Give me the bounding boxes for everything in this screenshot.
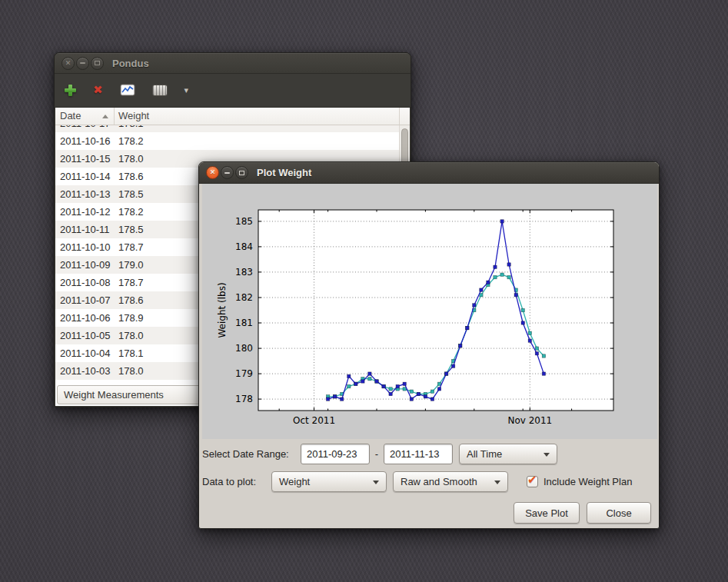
weight-plot-svg: 178179180181182183184185Oct 2011Nov 2011… — [202, 184, 657, 439]
measurement-selector-label: Weight Measurements — [64, 389, 164, 401]
header-corner — [399, 108, 410, 125]
delete-icon: ✖ — [93, 85, 103, 96]
minimize-button[interactable] — [221, 166, 234, 179]
cell-date: 2011-10-14 — [55, 168, 115, 185]
cell-date: 2011-10-12 — [55, 203, 115, 221]
weight-plot-figure: 178179180181182183184185Oct 2011Nov 2011… — [202, 184, 657, 439]
table-row[interactable]: 2011-10-16178.2 — [55, 132, 399, 150]
cell-weight: 178.1 — [115, 344, 144, 362]
desktop: ✕ Pondus ✖ ▾ — [0, 0, 728, 582]
date-preset-select[interactable]: All Time — [459, 444, 557, 464]
cell-date: 2011-10-17 — [55, 125, 115, 132]
close-dialog-button[interactable]: Close — [587, 502, 651, 524]
cell-weight: 179.0 — [115, 256, 144, 274]
maximize-button[interactable] — [91, 57, 104, 70]
plot-weight-dialog: ✕ Plot Weight 178179180181182183184185Oc… — [198, 161, 660, 529]
date-to-input[interactable] — [384, 444, 453, 464]
column-header-weight[interactable]: Weight — [115, 108, 399, 125]
cell-weight: 178.6 — [115, 168, 144, 185]
table-header: Date Weight — [55, 108, 410, 125]
cell-weight: 178.7 — [115, 238, 144, 256]
maximize-icon — [95, 61, 100, 65]
svg-text:180: 180 — [235, 343, 253, 354]
date-range-separator: - — [372, 444, 381, 464]
column-label-date: Date — [60, 110, 81, 121]
dialog-actions-row: Save Plot Close — [202, 502, 656, 524]
plus-icon — [65, 85, 76, 96]
close-icon: ✕ — [65, 60, 71, 67]
svg-text:178: 178 — [235, 394, 253, 404]
close-icon: ✕ — [210, 169, 216, 176]
cell-weight: 178.0 — [115, 327, 144, 344]
cell-date: 2011-10-08 — [55, 274, 115, 291]
close-button[interactable]: ✕ — [206, 166, 219, 179]
window-title: Pondus — [112, 58, 149, 69]
data-select[interactable]: Weight — [271, 471, 387, 492]
window-controls: ✕ — [206, 166, 248, 179]
svg-text:181: 181 — [235, 318, 253, 328]
cell-date: 2011-10-15 — [55, 150, 115, 168]
pondus-titlebar[interactable]: ✕ Pondus — [55, 53, 411, 74]
maximize-button[interactable] — [235, 166, 248, 179]
cell-date: 2011-10-10 — [55, 238, 115, 256]
date-from-input[interactable] — [301, 444, 370, 464]
check-icon: ✔ — [527, 473, 537, 487]
cell-date: 2011-10-09 — [55, 256, 115, 274]
cell-weight: 178.1 — [115, 125, 144, 132]
svg-text:Nov 2011: Nov 2011 — [507, 415, 552, 426]
cell-weight: 178.2 — [115, 132, 144, 150]
cell-date: 2011-10-03 — [55, 362, 115, 380]
mode-select[interactable]: Raw and Smooth — [393, 471, 508, 492]
toolbar-more-button[interactable]: ▾ — [181, 83, 192, 98]
cell-weight: 178.9 — [115, 309, 144, 327]
chevron-down-icon — [544, 453, 550, 457]
chevron-down-icon: ▾ — [184, 86, 189, 95]
minimize-icon — [224, 172, 230, 174]
chevron-down-icon — [494, 481, 500, 484]
include-weight-plan-checkbox[interactable]: ✔ — [527, 476, 538, 487]
svg-text:185: 185 — [235, 216, 253, 227]
add-entry-button[interactable] — [61, 81, 79, 99]
scale-button[interactable] — [149, 81, 171, 99]
chevron-down-icon — [373, 481, 379, 484]
selected-value: Raw and Smooth — [401, 472, 477, 491]
cell-date: 2011-10-13 — [55, 185, 115, 203]
plot-icon — [120, 84, 135, 96]
window-controls: ✕ — [61, 57, 104, 70]
scale-icon — [152, 85, 168, 96]
column-label-weight: Weight — [118, 110, 149, 121]
selected-value: All Time — [467, 444, 502, 464]
cell-weight: 178.5 — [115, 221, 144, 238]
table-row[interactable]: 2011-10-17178.1 — [55, 125, 399, 132]
svg-text:182: 182 — [235, 292, 253, 303]
data-to-plot-label: Data to plot: — [202, 471, 256, 492]
pondus-toolbar: ✖ ▾ — [55, 73, 411, 108]
dialog-title: Plot Weight — [257, 167, 311, 178]
sort-ascending-icon — [102, 115, 108, 118]
cell-date: 2011-10-04 — [55, 344, 115, 362]
svg-text:179: 179 — [235, 368, 253, 379]
cell-weight: 178.2 — [115, 203, 144, 221]
dialog-titlebar[interactable]: ✕ Plot Weight — [199, 162, 659, 184]
cell-weight: 178.7 — [115, 274, 144, 291]
svg-text:184: 184 — [235, 241, 253, 252]
plot-button[interactable] — [117, 81, 138, 99]
cell-weight: 178.0 — [115, 150, 144, 168]
maximize-icon — [239, 171, 244, 175]
delete-entry-button[interactable]: ✖ — [90, 81, 106, 99]
save-plot-button[interactable]: Save Plot — [514, 502, 580, 524]
cell-date: 2011-10-06 — [55, 309, 115, 327]
column-header-date[interactable]: Date — [55, 108, 115, 125]
close-button[interactable]: ✕ — [61, 57, 75, 70]
minimize-button[interactable] — [76, 57, 89, 70]
date-range-row: Select Date Range: - All Time — [202, 444, 656, 464]
svg-text:Weight (lbs): Weight (lbs) — [217, 282, 228, 338]
minimize-icon — [80, 62, 85, 64]
cell-date: 2011-10-07 — [55, 291, 115, 309]
selected-value: Weight — [279, 472, 310, 491]
cell-weight: 178.6 — [115, 291, 144, 309]
include-weight-plan-label[interactable]: Include Weight Plan — [544, 471, 632, 492]
cell-weight: 178.0 — [115, 362, 144, 380]
date-range-label: Select Date Range: — [202, 444, 289, 464]
cell-date: 2011-10-11 — [55, 221, 115, 238]
